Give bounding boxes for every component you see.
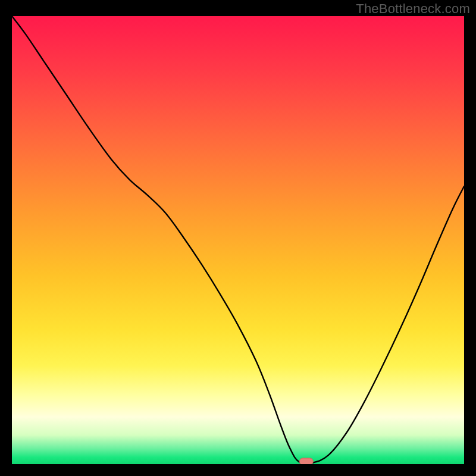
gradient-rect	[12, 16, 464, 464]
watermark-text: TheBottleneck.com	[356, 1, 470, 17]
chart-frame: TheBottleneck.com	[0, 0, 476, 476]
optimal-marker	[299, 458, 313, 464]
chart-svg	[12, 16, 464, 464]
plot-area	[12, 16, 464, 464]
